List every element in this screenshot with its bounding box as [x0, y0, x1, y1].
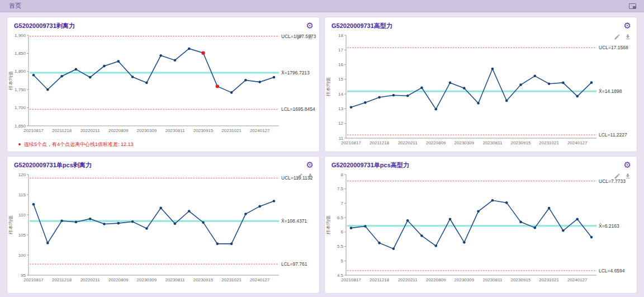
svg-text:18: 18 [338, 33, 343, 38]
svg-text:100: 100 [18, 253, 26, 258]
svg-text:20230811: 20230811 [482, 140, 503, 145]
svg-text:20230915: 20230915 [193, 128, 214, 133]
svg-text:1,750: 1,750 [15, 87, 26, 92]
svg-text:8: 8 [341, 172, 344, 177]
chart-toolbar [614, 32, 631, 43]
panel-header: G52020009731剥离力 ⚙ [7, 17, 319, 31]
svg-text:20230811: 20230811 [165, 128, 185, 133]
settings-gear-icon[interactable]: ⚙ [624, 22, 631, 30]
panel-peel-force: G52020009731剥离力 ⚙ 1,6501,7001,7501,8001,… [7, 17, 320, 152]
svg-text:20211218: 20211218 [52, 128, 72, 133]
svg-text:20220211: 20220211 [80, 128, 101, 133]
svg-text:6: 6 [341, 229, 344, 234]
svg-text:20230309: 20230309 [137, 277, 157, 282]
spc-chart-pcs-forming-force[interactable]: 4.555.566.577.58202108172021121820220211… [325, 170, 637, 289]
svg-text:110: 110 [18, 213, 26, 218]
warning-bullet-icon [18, 143, 21, 145]
svg-text:20210817: 20210817 [341, 140, 361, 145]
svg-text:20220211: 20220211 [398, 277, 418, 282]
svg-text:20211218: 20211218 [370, 140, 390, 145]
svg-text:20230309: 20230309 [454, 140, 475, 145]
spc-chart-pcs-peel-force[interactable]: 9510010511011512020210817202112182022021… [7, 170, 319, 289]
svg-text:20230811: 20230811 [482, 277, 503, 282]
svg-text:14: 14 [338, 92, 343, 97]
svg-text:7: 7 [341, 201, 344, 206]
svg-text:样本均值: 样本均值 [8, 71, 13, 91]
edit-icon[interactable] [296, 172, 303, 182]
svg-text:LCL=97.761: LCL=97.761 [281, 261, 307, 267]
svg-text:LCL=11.2227: LCL=11.2227 [599, 132, 627, 138]
svg-text:20231021: 20231021 [221, 128, 242, 133]
svg-text:20230309: 20230309 [137, 128, 157, 133]
svg-text:20230811: 20230811 [165, 277, 185, 282]
svg-text:20210817: 20210817 [23, 128, 44, 133]
panel-pcs-peel-force: G52020009731单pcs剥离力 ⚙ 951001051101151202… [7, 156, 320, 294]
svg-text:X̄=1796.7213: X̄=1796.7213 [281, 70, 310, 76]
rule-violation-row: 连续5个点，有4个点远离中心线1倍标准差: 12.13 [7, 139, 319, 149]
svg-text:16: 16 [338, 62, 343, 67]
svg-text:20230915: 20230915 [511, 277, 531, 282]
svg-text:120: 120 [18, 172, 26, 177]
spc-chart-peel-force[interactable]: 1,6501,7001,7501,8001,8501,9002021081720… [7, 31, 319, 139]
panel-header: G52020009731单pcs剥离力 ⚙ [7, 157, 319, 170]
settings-gear-icon[interactable]: ⚙ [306, 22, 314, 30]
svg-text:20240127: 20240127 [567, 277, 588, 282]
svg-text:1,700: 1,700 [15, 105, 26, 110]
chart-svg: 9510010511011512020210817202112182022021… [7, 170, 319, 289]
svg-text:20231021: 20231021 [539, 140, 559, 145]
svg-text:1,800: 1,800 [15, 69, 26, 74]
svg-text:20230309: 20230309 [454, 277, 475, 282]
svg-text:20240127: 20240127 [567, 140, 588, 145]
chart-toolbar [614, 172, 631, 182]
chart-svg: 1,6501,7001,7501,8001,8501,9002021081720… [7, 31, 319, 139]
svg-text:样本均值: 样本均值 [325, 215, 331, 235]
panel-header: G52020009731高型力 ⚙ [325, 17, 637, 31]
download-icon[interactable] [624, 172, 631, 182]
svg-text:X̄=14.1898: X̄=14.1898 [599, 88, 622, 94]
panel-title: G52020009731单pcs高型力 [332, 161, 409, 169]
svg-text:20220809: 20220809 [426, 277, 446, 282]
svg-text:20220809: 20220809 [108, 277, 129, 282]
svg-text:20220211: 20220211 [398, 140, 418, 145]
svg-text:20220809: 20220809 [426, 140, 446, 145]
tab-home[interactable]: 首页 [7, 2, 23, 10]
svg-text:6.5: 6.5 [337, 215, 344, 220]
svg-text:20240127: 20240127 [250, 128, 270, 133]
edit-icon[interactable] [614, 32, 621, 43]
svg-text:20220211: 20220211 [80, 277, 101, 282]
svg-text:20230915: 20230915 [511, 140, 531, 145]
panel-pcs-forming-force: G52020009731单pcs高型力 ⚙ 4.555.566.577.5820… [324, 156, 637, 294]
svg-text:115: 115 [18, 192, 26, 197]
panel-title: G52020009731剥离力 [14, 22, 75, 30]
svg-text:12: 12 [338, 121, 343, 126]
svg-text:20220809: 20220809 [108, 128, 129, 133]
download-icon[interactable] [307, 172, 314, 182]
spc-chart-forming-force[interactable]: 1112131415161718202108172021121820220211… [325, 31, 637, 152]
svg-text:20231021: 20231021 [539, 277, 559, 282]
svg-text:20210817: 20210817 [341, 277, 361, 282]
resize-icon[interactable] [629, 3, 636, 9]
svg-text:X̄=6.2163: X̄=6.2163 [599, 223, 619, 229]
svg-text:5.5: 5.5 [337, 244, 344, 249]
svg-text:15: 15 [338, 77, 343, 82]
dashboard-grid: G52020009731剥离力 ⚙ 1,6501,7001,7501,8001,… [0, 12, 644, 297]
svg-text:样本均值: 样本均值 [325, 77, 331, 97]
chart-svg: 1112131415161718202108172021121820220211… [325, 31, 637, 152]
svg-text:1,900: 1,900 [15, 33, 26, 38]
svg-text:20230915: 20230915 [193, 277, 214, 282]
svg-text:20240127: 20240127 [250, 277, 270, 282]
settings-gear-icon[interactable]: ⚙ [624, 161, 631, 169]
warning-text: 连续5个点，有4个点远离中心线1倍标准差: 12.13 [24, 141, 134, 148]
svg-text:7.5: 7.5 [337, 186, 344, 191]
svg-text:17: 17 [338, 48, 343, 53]
svg-text:X̄=108.4371: X̄=108.4371 [281, 218, 307, 224]
panel-forming-force: G52020009731高型力 ⚙ 1112131415161718202108… [324, 17, 637, 152]
svg-text:LCL=4.6594: LCL=4.6594 [599, 268, 625, 274]
download-icon[interactable] [624, 32, 631, 43]
download-icon[interactable] [307, 32, 314, 43]
settings-gear-icon[interactable]: ⚙ [306, 161, 314, 169]
edit-icon[interactable] [296, 32, 303, 43]
svg-text:5: 5 [341, 258, 344, 263]
edit-icon[interactable] [614, 172, 621, 182]
chart-toolbar [296, 32, 314, 43]
